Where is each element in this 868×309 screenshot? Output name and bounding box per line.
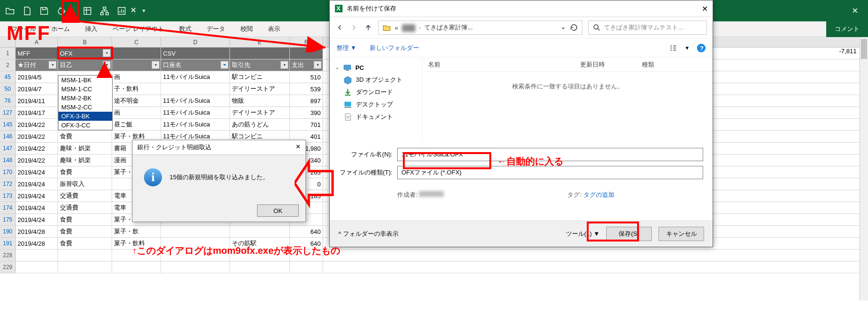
tab-data[interactable]: データ bbox=[200, 21, 232, 37]
cell[interactable]: 11モバイルSuica bbox=[161, 119, 230, 130]
cell[interactable]: 2019/4/5 bbox=[16, 71, 58, 83]
cell[interactable]: 640 bbox=[290, 226, 323, 237]
cell[interactable]: 目乙▾ bbox=[58, 59, 112, 71]
tab-file[interactable]: ファイル bbox=[5, 21, 43, 37]
cell[interactable]: 2019/4/24 bbox=[16, 178, 58, 190]
row-header[interactable]: 2 bbox=[0, 59, 16, 71]
cell[interactable] bbox=[161, 238, 230, 249]
row-header[interactable]: 172 bbox=[0, 178, 16, 190]
cell[interactable] bbox=[58, 250, 112, 261]
cell[interactable] bbox=[16, 261, 58, 273]
cell[interactable] bbox=[112, 48, 161, 59]
cell[interactable]: 11モバイルSuica bbox=[161, 107, 230, 118]
tree-item[interactable]: ⌄ PC bbox=[330, 61, 422, 74]
breadcrumb[interactable]: « ███ › てきぱき家計簿... ⌄ bbox=[378, 20, 582, 35]
cancel-button[interactable]: キャンセル bbox=[658, 227, 704, 241]
hide-folders-toggle[interactable]: ^ フォルダーの非表示 bbox=[338, 230, 399, 238]
cell[interactable] bbox=[161, 261, 230, 273]
cell[interactable]: 2019/4/28 bbox=[16, 226, 58, 237]
cell[interactable]: 交通費 bbox=[58, 190, 112, 202]
cell[interactable]: 趣味・娯楽 bbox=[58, 154, 112, 166]
row-header[interactable]: 148 bbox=[0, 154, 16, 166]
cell[interactable]: 食費 bbox=[58, 166, 112, 178]
cell[interactable]: 2019/4/28 bbox=[16, 238, 58, 249]
tab-home[interactable]: ホーム bbox=[45, 21, 76, 37]
add-tag-link[interactable]: タグの追加 bbox=[583, 191, 614, 198]
filter-icon[interactable]: ▾ bbox=[48, 61, 57, 69]
cell[interactable]: 539 bbox=[290, 83, 323, 95]
qat-more-icon[interactable]: ▾ bbox=[143, 8, 145, 14]
cell[interactable]: 11モバイルSuica bbox=[161, 95, 230, 106]
newfolder-button[interactable]: 新しいフォルダー bbox=[370, 44, 419, 52]
tree-item[interactable]: ドキュメント bbox=[330, 111, 422, 123]
tree-item[interactable]: 3D オブジェクト bbox=[330, 74, 422, 86]
cell[interactable]: 支出▾ bbox=[290, 59, 323, 71]
refresh-icon[interactable] bbox=[570, 23, 578, 32]
row-header[interactable]: 127 bbox=[0, 107, 16, 118]
cell[interactable] bbox=[230, 48, 290, 59]
cell[interactable]: 2019/4/17 bbox=[16, 107, 58, 118]
row-header[interactable]: 229 bbox=[0, 261, 16, 273]
filter-icon[interactable]: ▾ bbox=[152, 61, 160, 69]
hierarchy-icon[interactable] bbox=[99, 6, 110, 16]
cell[interactable]: 食費 bbox=[58, 238, 112, 249]
row-header[interactable]: 228 bbox=[0, 250, 16, 261]
dropdown-item[interactable]: MSM-2-CC bbox=[58, 103, 112, 112]
chevron-down-icon[interactable]: ▾ bbox=[686, 44, 689, 51]
cell[interactable] bbox=[58, 261, 112, 273]
filter-active-icon[interactable]: ⏷ bbox=[220, 61, 229, 69]
cell[interactable]: あの筋うどん bbox=[230, 119, 290, 130]
chevron-down-icon[interactable]: ⌄ bbox=[561, 23, 566, 32]
row-header[interactable]: 174 bbox=[0, 202, 16, 213]
piggy-icon[interactable] bbox=[56, 6, 67, 16]
cell[interactable]: 2019/4/22 bbox=[16, 154, 58, 166]
row-header[interactable]: 146 bbox=[0, 131, 16, 142]
cell[interactable]: 菓子・飲料 bbox=[112, 238, 161, 249]
new-icon[interactable] bbox=[22, 6, 32, 16]
dropdown-item[interactable]: MSM-1-CC bbox=[58, 85, 112, 94]
ok-button[interactable]: OK bbox=[257, 204, 299, 217]
cell[interactable]: その筋駅 bbox=[230, 238, 290, 249]
cell[interactable]: 2019/4/22 bbox=[16, 143, 58, 154]
cell[interactable]: 食費 bbox=[58, 131, 112, 142]
open-icon[interactable] bbox=[5, 6, 15, 16]
cell[interactable] bbox=[161, 226, 230, 237]
cell[interactable]: 趣味・娯楽 bbox=[58, 143, 112, 154]
dropdown-item[interactable]: MSM-1-BK bbox=[58, 76, 112, 85]
cell[interactable]: 2019/4/24 bbox=[16, 166, 58, 178]
cell[interactable]: 食費 bbox=[58, 226, 112, 237]
row-header[interactable]: 170 bbox=[0, 166, 16, 178]
vertical-scrollbar[interactable] bbox=[859, 37, 868, 300]
tab-pagelayout[interactable]: ページ レイアウト bbox=[106, 21, 171, 37]
cell[interactable]: 2019/4/24 bbox=[16, 214, 58, 225]
cell[interactable]: 振替収入 bbox=[58, 178, 112, 190]
help-icon[interactable]: ? bbox=[696, 43, 706, 53]
cell[interactable]: 物販 bbox=[230, 95, 290, 106]
cell[interactable]: 菓子・飲 bbox=[112, 226, 161, 237]
app-close-button[interactable]: ✕ bbox=[842, 0, 868, 21]
cell[interactable]: 640 bbox=[290, 238, 323, 249]
cell[interactable]: 昼ご飯 bbox=[112, 119, 161, 130]
folder-tree[interactable]: ⌄ PC 3D オブジェクト ダウンロード デスクトップ ドキュメント bbox=[330, 58, 422, 143]
cell[interactable] bbox=[161, 83, 230, 95]
tab-formulas[interactable]: 数式 bbox=[172, 21, 198, 37]
col-header-a[interactable]: A bbox=[16, 37, 58, 47]
cell[interactable]: MFF bbox=[16, 48, 58, 59]
col-header-b[interactable]: B bbox=[58, 37, 112, 47]
row-header[interactable]: 45 bbox=[0, 71, 16, 83]
cell[interactable] bbox=[112, 250, 161, 261]
nav-back-icon[interactable] bbox=[335, 23, 344, 32]
cell[interactable]: ★日付▾ bbox=[16, 59, 58, 71]
col-header-e[interactable]: E bbox=[230, 37, 290, 47]
nav-up-icon[interactable] bbox=[364, 23, 372, 32]
close-icon[interactable]: ✕ bbox=[702, 4, 708, 13]
cell[interactable]: デイリーストア bbox=[230, 107, 290, 118]
cell[interactable]: CSV bbox=[161, 48, 230, 59]
dropdown-icon[interactable]: ▾ bbox=[103, 49, 111, 57]
cell[interactable]: デイリーストア bbox=[230, 83, 290, 95]
filename-input[interactable] bbox=[397, 148, 703, 161]
close-icon[interactable]: ✕ bbox=[296, 143, 301, 152]
cell[interactable] bbox=[290, 48, 323, 59]
ofx-dropdown-list[interactable]: MSM-1-BKMSM-1-CCMSM-2-BKMSM-2-CCOFX-3-BK… bbox=[58, 75, 113, 130]
select-all-corner[interactable] bbox=[0, 37, 16, 47]
